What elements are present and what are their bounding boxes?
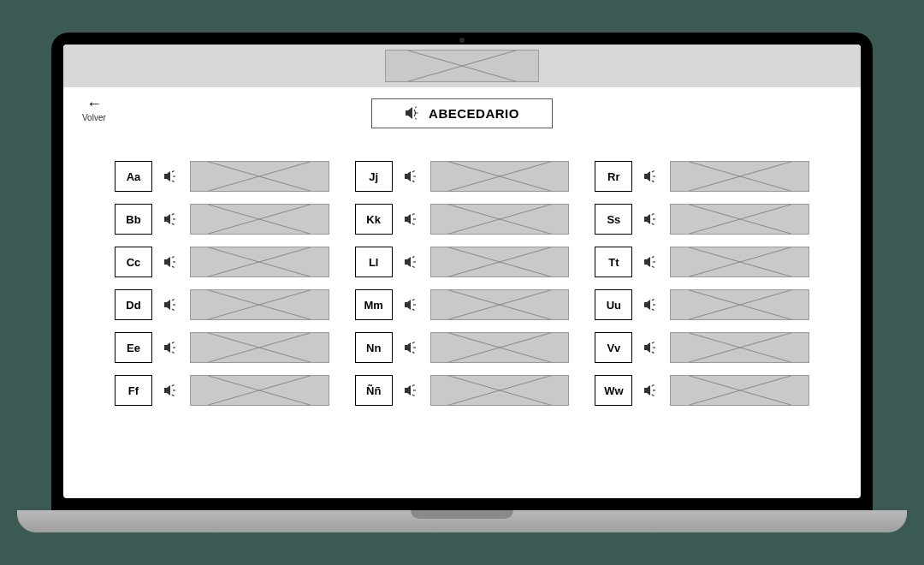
page-title-box[interactable]: ABECEDARIO <box>371 98 553 128</box>
letter-row: Tt <box>595 247 809 277</box>
play-sound-button[interactable] <box>161 213 181 225</box>
alphabet-column: JjKkLlMmNnÑñ <box>355 161 570 406</box>
letter-box[interactable]: Bb <box>115 204 152 235</box>
letter-image-placeholder <box>670 332 809 363</box>
letter-image-placeholder <box>190 204 329 235</box>
letter-image-placeholder <box>190 332 329 363</box>
speaker-icon <box>163 256 179 268</box>
svg-line-26 <box>412 223 415 225</box>
svg-line-47 <box>652 266 654 268</box>
play-sound-button[interactable] <box>161 299 181 311</box>
speaker-icon <box>643 170 659 182</box>
back-button[interactable]: ← Volver <box>82 96 106 122</box>
svg-line-54 <box>652 385 654 387</box>
laptop-base <box>17 510 907 532</box>
play-sound-button[interactable] <box>401 384 422 396</box>
play-sound-button[interactable] <box>161 384 181 396</box>
svg-line-30 <box>412 300 415 301</box>
play-sound-button[interactable] <box>161 170 181 182</box>
letter-box[interactable]: Ññ <box>355 375 393 406</box>
letter-image-placeholder <box>190 375 329 406</box>
letter-image-placeholder <box>430 332 570 363</box>
back-arrow-icon: ← <box>82 96 106 111</box>
svg-line-9 <box>172 257 175 259</box>
letter-row: Mm <box>355 289 570 320</box>
letter-image-placeholder <box>670 247 809 277</box>
letter-box[interactable]: Ee <box>115 332 152 363</box>
letter-row: Jj <box>355 161 570 192</box>
letter-box[interactable]: Vv <box>595 332 632 363</box>
letter-box[interactable]: Uu <box>595 289 632 320</box>
letter-box[interactable]: Aa <box>115 161 152 192</box>
page-title: ABECEDARIO <box>429 106 519 121</box>
letter-box[interactable]: Rr <box>595 161 632 192</box>
svg-line-3 <box>172 171 175 173</box>
letter-box[interactable]: Kk <box>355 204 393 235</box>
letter-box[interactable]: Dd <box>115 289 152 320</box>
svg-line-41 <box>652 181 654 182</box>
letter-box[interactable]: Jj <box>355 161 393 192</box>
play-sound-button[interactable] <box>641 170 661 182</box>
play-sound-button[interactable] <box>401 342 422 354</box>
letter-row: Uu <box>595 289 809 320</box>
svg-line-38 <box>412 395 415 396</box>
speaker-icon <box>163 342 179 354</box>
letter-row: Vv <box>595 332 809 363</box>
svg-line-14 <box>172 309 175 311</box>
letter-box[interactable]: Cc <box>115 247 152 277</box>
svg-line-17 <box>172 352 175 354</box>
play-sound-button[interactable] <box>401 170 422 182</box>
letter-image-placeholder <box>190 247 329 277</box>
play-sound-button[interactable] <box>641 342 661 354</box>
svg-line-23 <box>412 181 415 182</box>
logo-placeholder <box>385 50 539 82</box>
speaker-icon <box>163 170 179 182</box>
play-sound-button[interactable] <box>401 256 422 268</box>
letter-image-placeholder <box>430 247 570 277</box>
svg-line-32 <box>412 309 415 311</box>
svg-line-12 <box>172 300 175 301</box>
svg-line-36 <box>412 385 415 387</box>
svg-line-8 <box>172 223 175 225</box>
letter-box[interactable]: Ll <box>355 247 393 277</box>
letter-box[interactable]: Tt <box>595 247 632 277</box>
speaker-icon <box>643 299 659 311</box>
play-sound-button[interactable] <box>401 213 422 225</box>
letter-image-placeholder <box>190 289 329 320</box>
letter-box[interactable]: Ff <box>115 375 152 406</box>
svg-line-20 <box>172 395 175 396</box>
play-sound-button[interactable] <box>161 256 181 268</box>
svg-line-29 <box>412 266 415 268</box>
svg-line-24 <box>412 214 415 216</box>
letter-image-placeholder <box>670 375 809 406</box>
letter-row: Ee <box>115 332 329 363</box>
top-bar <box>63 45 861 87</box>
speaker-icon <box>404 342 419 354</box>
svg-line-5 <box>172 181 175 182</box>
letter-row: Kk <box>355 204 570 235</box>
letter-box[interactable]: Ss <box>595 204 632 235</box>
svg-line-33 <box>412 342 415 344</box>
letter-row: Ff <box>115 375 329 406</box>
letter-box[interactable]: Ww <box>595 375 632 406</box>
alphabet-column: AaBbCcDdEeFf <box>115 161 329 406</box>
play-sound-button[interactable] <box>641 384 661 396</box>
svg-line-27 <box>412 257 415 259</box>
play-sound-button[interactable] <box>161 342 181 354</box>
letter-box[interactable]: Nn <box>355 332 393 363</box>
letter-row: Aa <box>115 161 329 192</box>
header-row: ← Volver ABECEDARIO <box>63 87 861 139</box>
play-sound-button[interactable] <box>641 213 661 225</box>
letter-row: Bb <box>115 204 329 235</box>
speaker-icon <box>643 384 659 396</box>
letter-box[interactable]: Mm <box>355 289 393 320</box>
play-sound-button[interactable] <box>641 299 661 311</box>
back-label: Volver <box>82 113 106 122</box>
play-sound-button[interactable] <box>401 299 422 311</box>
svg-line-2 <box>415 118 417 120</box>
play-sound-button[interactable] <box>641 256 661 268</box>
letter-image-placeholder <box>430 375 570 406</box>
svg-line-35 <box>412 352 415 354</box>
speaker-icon <box>404 384 419 396</box>
letter-image-placeholder <box>190 161 329 192</box>
